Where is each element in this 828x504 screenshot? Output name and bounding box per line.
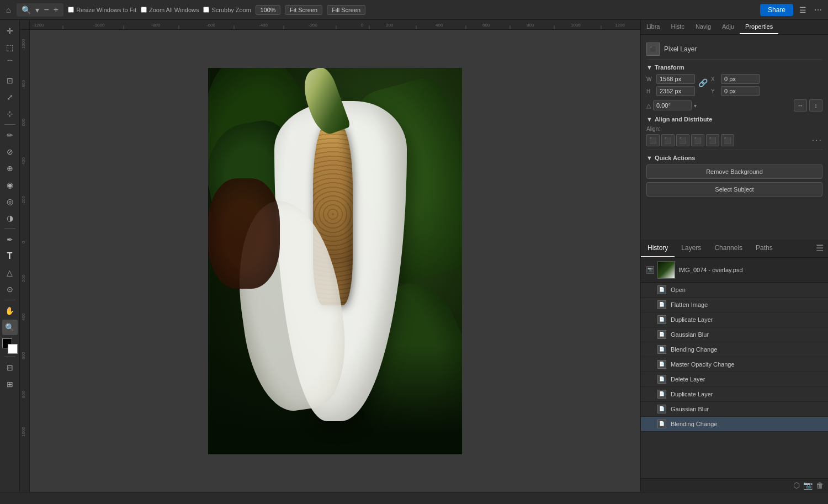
- history-item[interactable]: 📄 Duplicate Layer: [641, 387, 828, 402]
- history-item-label: Master Opacity Change: [671, 361, 735, 368]
- vertical-ruler: -1000 -800 -600 -400 -200 0 200 400 600 …: [20, 30, 30, 492]
- select-rect-tool[interactable]: ⬚: [2, 40, 18, 55]
- camera-icon[interactable]: 📷: [803, 481, 813, 490]
- height-input[interactable]: [656, 86, 695, 96]
- history-menu-button[interactable]: ☰: [816, 243, 825, 253]
- align-bottom-button[interactable]: ⬛: [721, 134, 734, 146]
- scrubby-checkbox[interactable]: [203, 7, 209, 13]
- width-input[interactable]: [656, 74, 695, 84]
- align-top-button[interactable]: ⬛: [691, 134, 704, 146]
- tab-adju[interactable]: Adju: [716, 20, 740, 34]
- tab-layers[interactable]: Layers: [675, 240, 708, 257]
- history-item[interactable]: 📄 Duplicate Layer: [641, 312, 828, 327]
- lasso-tool[interactable]: ⌒: [2, 56, 18, 72]
- pen-tool[interactable]: ✒: [2, 232, 18, 247]
- x-input[interactable]: [721, 74, 760, 84]
- align-center-v-button[interactable]: ⬛: [706, 134, 719, 146]
- more-options-button[interactable]: ⋯: [813, 4, 824, 16]
- fill-screen-button[interactable]: Fill Screen: [327, 5, 365, 15]
- history-item[interactable]: 📄 Gaussian Blur: [641, 327, 828, 342]
- panel-divider-1: [646, 150, 822, 150]
- canvas-viewport[interactable]: [30, 30, 640, 492]
- flip-v-button[interactable]: ↕: [809, 99, 822, 112]
- history-item[interactable]: 📄 Gaussian Blur: [641, 402, 828, 417]
- section-arrow-transform: ▼: [646, 64, 652, 71]
- select-subject-button[interactable]: Select Subject: [646, 182, 822, 197]
- share-button[interactable]: Share: [760, 4, 793, 16]
- transform-tool[interactable]: ⤢: [2, 89, 18, 105]
- macro-tool[interactable]: ⊞: [2, 376, 18, 392]
- zoom-chevron[interactable]: ▾: [34, 5, 41, 15]
- tab-paths[interactable]: Paths: [749, 240, 779, 257]
- layer-effects-tool[interactable]: ⊟: [2, 360, 18, 375]
- canvas-image: [208, 68, 462, 454]
- align-section-header[interactable]: ▼ Align and Distribute: [646, 116, 822, 123]
- tab-properties[interactable]: Properties: [740, 20, 778, 34]
- clone-tool[interactable]: ⊕: [2, 161, 18, 176]
- zoom-all-label[interactable]: Zoom All Windows: [141, 7, 199, 13]
- history-item[interactable]: 📄 Blending Change: [641, 417, 828, 432]
- height-row: H: [646, 86, 695, 96]
- remove-background-button[interactable]: Remove Background: [646, 165, 822, 179]
- paint-tool[interactable]: ✏: [2, 128, 18, 143]
- align-right-button[interactable]: ⬛: [676, 134, 689, 146]
- ruler-corner: [20, 20, 30, 30]
- svg-text:400: 400: [21, 313, 26, 321]
- crop-tool[interactable]: ⊡: [2, 73, 18, 88]
- zoom-in-btn[interactable]: +: [52, 4, 60, 15]
- svg-text:800: 800: [527, 23, 534, 28]
- tab-navig[interactable]: Navig: [690, 20, 716, 34]
- history-item[interactable]: 📄 Delete Layer: [641, 372, 828, 387]
- move-tool[interactable]: ✛: [2, 23, 18, 39]
- view-tool[interactable]: ⊙: [2, 282, 18, 297]
- scrubby-label[interactable]: Scrubby Zoom: [203, 7, 251, 13]
- align-label: Align:: [646, 126, 822, 132]
- quick-actions-header[interactable]: ▼ Quick Actions: [646, 155, 822, 161]
- flip-h-button[interactable]: ↔: [794, 99, 807, 112]
- tab-libra[interactable]: Libra: [641, 20, 665, 34]
- history-item-label: Delete Layer: [671, 376, 705, 383]
- history-item[interactable]: 📄 Open: [641, 283, 828, 298]
- y-input[interactable]: [721, 86, 760, 96]
- angle-input[interactable]: [653, 100, 692, 110]
- dodge-tool[interactable]: ◑: [2, 210, 18, 226]
- tab-channels[interactable]: Channels: [708, 240, 749, 257]
- persona-button[interactable]: ☰: [798, 4, 808, 16]
- zoom-dropdown-btn[interactable]: 🔍: [20, 5, 33, 15]
- background-swatch[interactable]: [8, 344, 18, 354]
- resize-windows-label[interactable]: Resize Windows to Fit: [68, 7, 136, 13]
- fit-screen-button[interactable]: Fit Screen: [285, 5, 322, 15]
- transform-section-header[interactable]: ▼ Transform: [646, 64, 822, 71]
- text-tool[interactable]: T: [2, 248, 18, 264]
- home-button[interactable]: ⌂: [4, 4, 12, 16]
- delete-history-icon[interactable]: 🗑: [816, 481, 824, 490]
- history-item[interactable]: 📄 Flatten Image: [641, 298, 828, 312]
- tab-histc[interactable]: Histc: [665, 20, 689, 34]
- right-panel: Libra Histc Navig Adju Properties ⬛ Pixe…: [640, 20, 828, 492]
- snapshot-icon[interactable]: ⬡: [793, 481, 800, 490]
- tab-history[interactable]: History: [641, 240, 675, 257]
- color-swatches: [2, 338, 18, 354]
- zoom-level[interactable]: 100%: [256, 5, 280, 15]
- history-item-icon: 📄: [657, 360, 666, 369]
- align-left-button[interactable]: ⬛: [646, 134, 660, 146]
- zoom-out-btn[interactable]: −: [42, 4, 50, 15]
- history-item[interactable]: 📄 Blending Change: [641, 342, 828, 357]
- shape-tool[interactable]: △: [2, 265, 18, 280]
- toolbar-separator-4: [4, 357, 15, 357]
- fill-tool[interactable]: ⊘: [2, 144, 18, 160]
- history-item-label: Gaussian Blur: [671, 331, 709, 338]
- history-item[interactable]: 📄 Master Opacity Change: [641, 357, 828, 372]
- blur-tool[interactable]: ◎: [2, 194, 18, 209]
- more-align-button[interactable]: ···: [812, 134, 822, 146]
- pixel-layer-icon: ⬛: [646, 43, 660, 56]
- zoom-all-checkbox[interactable]: [141, 7, 147, 13]
- history-item-label: Open: [671, 287, 686, 293]
- align-center-h-button[interactable]: ⬛: [661, 134, 675, 146]
- zoom-tool[interactable]: 🔍: [2, 320, 18, 335]
- retouch-tool[interactable]: ◉: [2, 177, 18, 193]
- pan-tool[interactable]: ✋: [2, 303, 18, 319]
- svg-text:1000: 1000: [21, 427, 26, 437]
- resize-windows-checkbox[interactable]: [68, 7, 74, 13]
- warp-tool[interactable]: ⊹: [2, 106, 18, 121]
